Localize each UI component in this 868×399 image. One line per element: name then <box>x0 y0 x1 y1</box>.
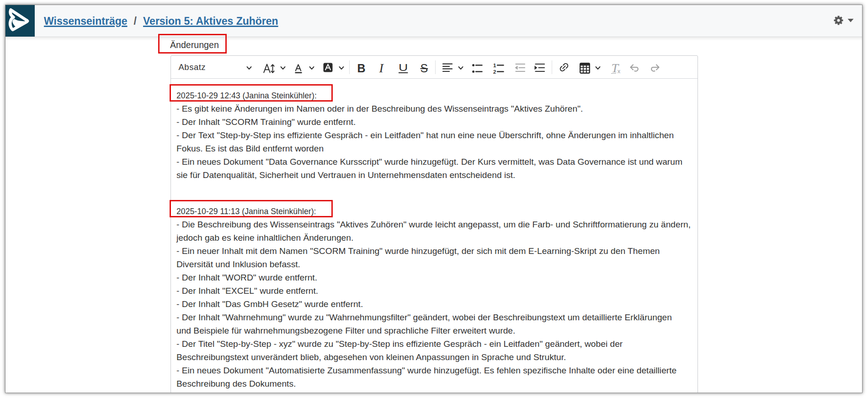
svg-text:x: x <box>617 68 620 74</box>
svg-text:2: 2 <box>493 69 496 74</box>
svg-text:1: 1 <box>493 63 496 68</box>
